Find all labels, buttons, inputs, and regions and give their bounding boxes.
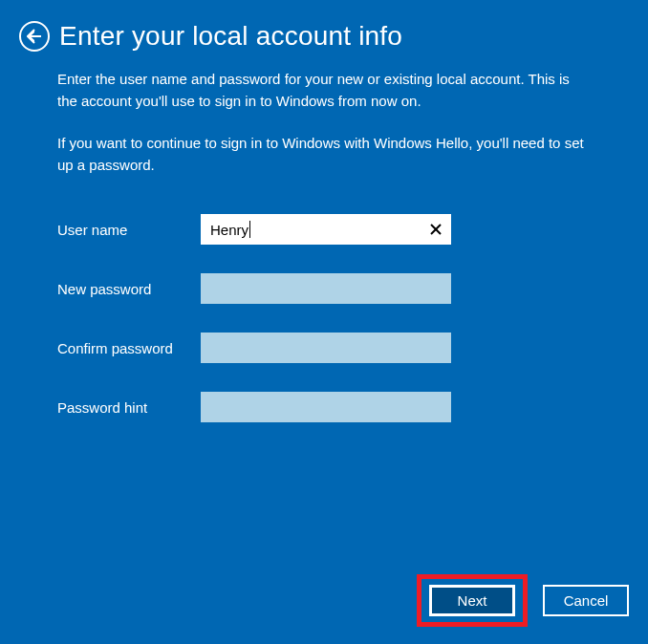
button-bar: Next Cancel — [417, 574, 629, 627]
text-caret — [249, 221, 250, 238]
confirm-password-row: Confirm password — [57, 333, 591, 363]
clear-username-button[interactable] — [426, 220, 445, 239]
confirm-password-input-wrap — [201, 333, 451, 363]
new-password-label: New password — [57, 281, 201, 297]
description-primary: Enter the user name and password for you… — [57, 69, 591, 112]
new-password-input[interactable] — [201, 273, 451, 304]
content-area: Enter the user name and password for you… — [0, 69, 648, 422]
arrow-left-icon — [27, 29, 42, 44]
confirm-password-input[interactable] — [201, 333, 451, 363]
username-label: User name — [57, 222, 201, 238]
password-hint-row: Password hint — [57, 392, 591, 422]
password-hint-input-wrap — [201, 392, 451, 422]
username-row: User name — [57, 214, 591, 245]
back-button[interactable] — [19, 21, 50, 52]
password-hint-input[interactable] — [201, 392, 451, 422]
page-title: Enter your local account info — [59, 21, 402, 52]
next-button-highlight: Next — [417, 574, 528, 627]
username-input[interactable] — [201, 214, 451, 245]
next-button[interactable]: Next — [429, 585, 515, 616]
new-password-input-wrap — [201, 273, 451, 304]
close-icon — [429, 223, 443, 236]
description-secondary: If you want to continue to sign in to Wi… — [57, 133, 591, 176]
header: Enter your local account info — [0, 0, 648, 69]
password-hint-label: Password hint — [57, 399, 201, 416]
username-input-wrap — [201, 214, 451, 245]
new-password-row: New password — [57, 273, 591, 304]
confirm-password-label: Confirm password — [57, 340, 201, 356]
cancel-button[interactable]: Cancel — [543, 585, 629, 616]
